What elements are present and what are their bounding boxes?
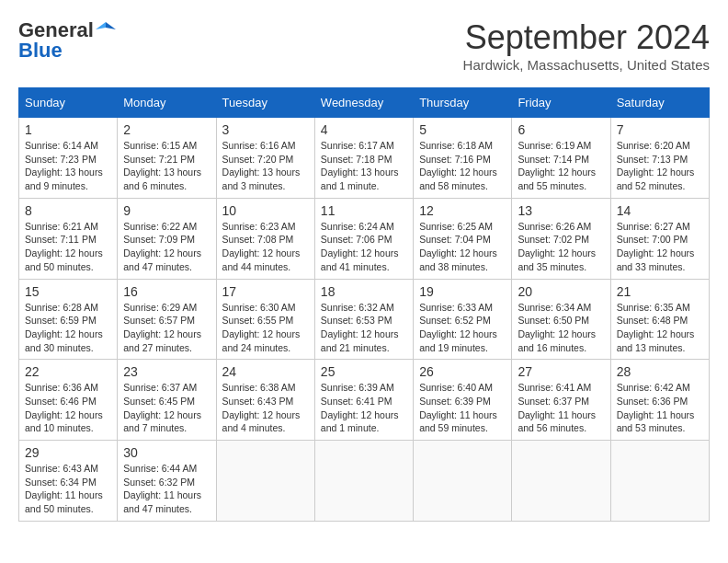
calendar-table: SundayMondayTuesdayWednesdayThursdayFrid…	[18, 87, 710, 522]
day-info: Sunrise: 6:15 AM Sunset: 7:21 PM Dayligh…	[123, 139, 210, 193]
location-subtitle: Hardwick, Massachusetts, United States	[463, 57, 710, 73]
day-info: Sunrise: 6:21 AM Sunset: 7:11 PM Dayligh…	[25, 220, 111, 274]
day-info: Sunrise: 6:37 AM Sunset: 6:45 PM Dayligh…	[123, 381, 210, 435]
day-number: 5	[419, 122, 506, 137]
svg-marker-0	[106, 22, 116, 29]
calendar-cell: 9 Sunrise: 6:22 AM Sunset: 7:09 PM Dayli…	[118, 198, 216, 279]
day-info: Sunrise: 6:20 AM Sunset: 7:13 PM Dayligh…	[617, 139, 703, 193]
day-info: Sunrise: 6:29 AM Sunset: 6:57 PM Dayligh…	[123, 301, 210, 355]
day-number: 13	[518, 203, 604, 218]
day-number: 27	[518, 364, 604, 379]
day-number: 28	[617, 364, 703, 379]
day-number: 22	[25, 364, 111, 379]
day-info: Sunrise: 6:34 AM Sunset: 6:50 PM Dayligh…	[518, 301, 604, 355]
week-row-4: 22 Sunrise: 6:36 AM Sunset: 6:46 PM Dayl…	[19, 360, 710, 441]
day-number: 30	[123, 445, 210, 460]
day-number: 26	[419, 364, 506, 379]
day-info: Sunrise: 6:40 AM Sunset: 6:39 PM Dayligh…	[419, 381, 506, 435]
svg-marker-1	[96, 22, 106, 29]
calendar-cell: 30 Sunrise: 6:44 AM Sunset: 6:32 PM Dayl…	[118, 441, 216, 522]
week-row-1: 1 Sunrise: 6:14 AM Sunset: 7:23 PM Dayli…	[19, 118, 710, 199]
day-number: 7	[617, 122, 703, 137]
day-info: Sunrise: 6:22 AM Sunset: 7:09 PM Dayligh…	[123, 220, 210, 274]
column-header-thursday: Thursday	[414, 88, 512, 118]
week-row-2: 8 Sunrise: 6:21 AM Sunset: 7:11 PM Dayli…	[19, 198, 710, 279]
day-info: Sunrise: 6:39 AM Sunset: 6:41 PM Dayligh…	[321, 381, 407, 435]
title-section: September 2024 Hardwick, Massachusetts, …	[463, 18, 710, 73]
calendar-cell: 12 Sunrise: 6:25 AM Sunset: 7:04 PM Dayl…	[414, 198, 512, 279]
calendar-cell: 19 Sunrise: 6:33 AM Sunset: 6:52 PM Dayl…	[414, 279, 512, 360]
day-info: Sunrise: 6:25 AM Sunset: 7:04 PM Dayligh…	[419, 220, 506, 274]
logo: General Blue	[18, 18, 116, 63]
calendar-cell: 14 Sunrise: 6:27 AM Sunset: 7:00 PM Dayl…	[610, 198, 709, 279]
day-info: Sunrise: 6:14 AM Sunset: 7:23 PM Dayligh…	[25, 139, 111, 193]
day-number: 12	[419, 203, 506, 218]
day-number: 2	[123, 122, 210, 137]
logo-bird-icon	[96, 20, 116, 40]
day-number: 8	[25, 203, 111, 218]
day-number: 23	[123, 364, 210, 379]
day-info: Sunrise: 6:19 AM Sunset: 7:14 PM Dayligh…	[518, 139, 604, 193]
day-number: 16	[123, 284, 210, 299]
day-info: Sunrise: 6:41 AM Sunset: 6:37 PM Dayligh…	[518, 381, 604, 435]
month-title: September 2024	[463, 18, 710, 57]
day-info: Sunrise: 6:16 AM Sunset: 7:20 PM Dayligh…	[222, 139, 309, 193]
calendar-cell: 26 Sunrise: 6:40 AM Sunset: 6:39 PM Dayl…	[414, 360, 512, 441]
calendar-cell: 10 Sunrise: 6:23 AM Sunset: 7:08 PM Dayl…	[216, 198, 314, 279]
day-number: 9	[123, 203, 210, 218]
calendar-cell: 1 Sunrise: 6:14 AM Sunset: 7:23 PM Dayli…	[19, 118, 118, 199]
day-number: 1	[25, 122, 111, 137]
calendar-cell: 24 Sunrise: 6:38 AM Sunset: 6:43 PM Dayl…	[216, 360, 314, 441]
column-header-tuesday: Tuesday	[216, 88, 314, 118]
day-info: Sunrise: 6:30 AM Sunset: 6:55 PM Dayligh…	[222, 301, 309, 355]
day-info: Sunrise: 6:27 AM Sunset: 7:00 PM Dayligh…	[617, 220, 703, 274]
day-info: Sunrise: 6:32 AM Sunset: 6:53 PM Dayligh…	[321, 301, 407, 355]
logo-blue-text: Blue	[18, 39, 63, 63]
column-header-monday: Monday	[118, 88, 216, 118]
column-header-friday: Friday	[512, 88, 610, 118]
week-row-5: 29 Sunrise: 6:43 AM Sunset: 6:34 PM Dayl…	[19, 441, 710, 522]
calendar-cell: 13 Sunrise: 6:26 AM Sunset: 7:02 PM Dayl…	[512, 198, 610, 279]
calendar-cell	[414, 441, 512, 522]
day-info: Sunrise: 6:33 AM Sunset: 6:52 PM Dayligh…	[419, 301, 506, 355]
column-header-wednesday: Wednesday	[314, 88, 413, 118]
day-info: Sunrise: 6:44 AM Sunset: 6:32 PM Dayligh…	[123, 462, 210, 516]
week-row-3: 15 Sunrise: 6:28 AM Sunset: 6:59 PM Dayl…	[19, 279, 710, 360]
calendar-cell: 28 Sunrise: 6:42 AM Sunset: 6:36 PM Dayl…	[610, 360, 709, 441]
calendar-cell: 8 Sunrise: 6:21 AM Sunset: 7:11 PM Dayli…	[19, 198, 118, 279]
calendar-cell: 7 Sunrise: 6:20 AM Sunset: 7:13 PM Dayli…	[610, 118, 709, 199]
calendar-cell: 2 Sunrise: 6:15 AM Sunset: 7:21 PM Dayli…	[118, 118, 216, 199]
day-number: 25	[321, 364, 407, 379]
calendar-cell: 21 Sunrise: 6:35 AM Sunset: 6:48 PM Dayl…	[610, 279, 709, 360]
calendar-cell: 5 Sunrise: 6:18 AM Sunset: 7:16 PM Dayli…	[414, 118, 512, 199]
calendar-cell	[216, 441, 314, 522]
day-info: Sunrise: 6:18 AM Sunset: 7:16 PM Dayligh…	[419, 139, 506, 193]
day-number: 3	[222, 122, 309, 137]
day-number: 11	[321, 203, 407, 218]
calendar-cell: 4 Sunrise: 6:17 AM Sunset: 7:18 PM Dayli…	[314, 118, 413, 199]
calendar-cell: 18 Sunrise: 6:32 AM Sunset: 6:53 PM Dayl…	[314, 279, 413, 360]
calendar-cell: 27 Sunrise: 6:41 AM Sunset: 6:37 PM Dayl…	[512, 360, 610, 441]
calendar-cell	[512, 441, 610, 522]
day-number: 18	[321, 284, 407, 299]
day-number: 10	[222, 203, 309, 218]
day-info: Sunrise: 6:28 AM Sunset: 6:59 PM Dayligh…	[25, 301, 111, 355]
column-header-saturday: Saturday	[610, 88, 709, 118]
day-info: Sunrise: 6:42 AM Sunset: 6:36 PM Dayligh…	[617, 381, 703, 435]
day-number: 15	[25, 284, 111, 299]
day-info: Sunrise: 6:26 AM Sunset: 7:02 PM Dayligh…	[518, 220, 604, 274]
day-number: 17	[222, 284, 309, 299]
day-info: Sunrise: 6:23 AM Sunset: 7:08 PM Dayligh…	[222, 220, 309, 274]
day-number: 4	[321, 122, 407, 137]
day-info: Sunrise: 6:38 AM Sunset: 6:43 PM Dayligh…	[222, 381, 309, 435]
calendar-cell: 17 Sunrise: 6:30 AM Sunset: 6:55 PM Dayl…	[216, 279, 314, 360]
calendar-cell: 22 Sunrise: 6:36 AM Sunset: 6:46 PM Dayl…	[19, 360, 118, 441]
page-header: General Blue September 2024 Hardwick, Ma…	[18, 18, 710, 73]
day-number: 21	[617, 284, 703, 299]
day-info: Sunrise: 6:17 AM Sunset: 7:18 PM Dayligh…	[321, 139, 407, 193]
calendar-header-row: SundayMondayTuesdayWednesdayThursdayFrid…	[19, 88, 710, 118]
day-info: Sunrise: 6:36 AM Sunset: 6:46 PM Dayligh…	[25, 381, 111, 435]
calendar-cell: 6 Sunrise: 6:19 AM Sunset: 7:14 PM Dayli…	[512, 118, 610, 199]
calendar-cell: 15 Sunrise: 6:28 AM Sunset: 6:59 PM Dayl…	[19, 279, 118, 360]
calendar-cell: 3 Sunrise: 6:16 AM Sunset: 7:20 PM Dayli…	[216, 118, 314, 199]
